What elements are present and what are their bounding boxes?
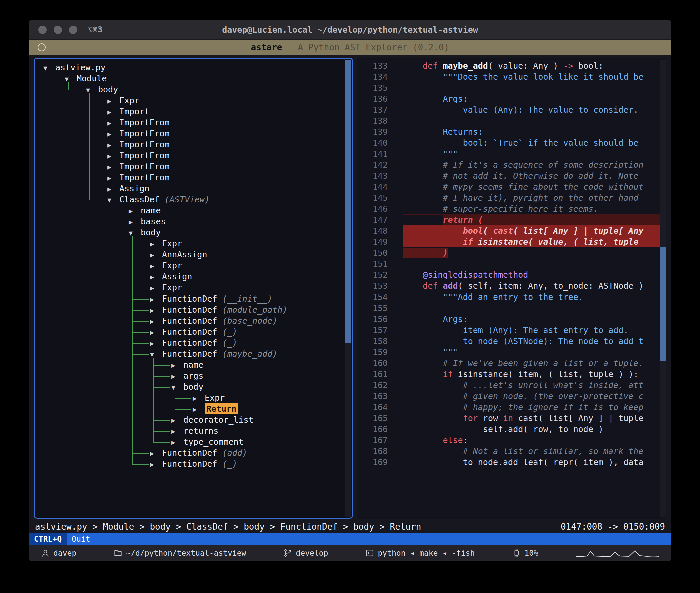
- chevron-right-icon[interactable]: ▶: [107, 184, 117, 195]
- tree-node-label: FunctionDef: [162, 294, 217, 304]
- tree-row[interactable]: ▶Expr: [150, 282, 182, 293]
- tree-row[interactable]: ▶ImportFrom: [107, 161, 170, 172]
- chevron-right-icon[interactable]: ▶: [150, 239, 159, 250]
- tree-row[interactable]: ▶Expr: [150, 238, 182, 249]
- chevron-right-icon[interactable]: ▶: [150, 338, 159, 349]
- chevron-right-icon[interactable]: ▶: [150, 250, 159, 261]
- tree-row[interactable]: ▶bases: [129, 216, 166, 227]
- chevron-right-icon[interactable]: ▶: [193, 404, 202, 415]
- tree-row[interactable]: ▶Expr: [193, 392, 225, 403]
- breadcrumb-separator: >: [171, 522, 186, 531]
- breadcrumb-item[interactable]: astview.py: [35, 522, 87, 531]
- breadcrumb-item[interactable]: body: [150, 522, 171, 531]
- code-text: [403, 82, 666, 93]
- tree-scrollbar[interactable]: [345, 60, 351, 517]
- tree-row[interactable]: ▶type_comment: [171, 436, 244, 447]
- breadcrumb-item[interactable]: body: [353, 522, 374, 531]
- chevron-down-icon[interactable]: ▼: [43, 63, 53, 74]
- tree-row[interactable]: ▶AnnAssign: [150, 249, 207, 260]
- tree-row[interactable]: ▼Module: [65, 73, 107, 84]
- chevron-right-icon[interactable]: ▶: [150, 272, 159, 283]
- tree-row[interactable]: ▼body: [171, 381, 203, 392]
- tree-node-label: FunctionDef: [162, 305, 217, 315]
- tree-node-detail: (__init__): [217, 294, 273, 304]
- tree-row[interactable]: ▶ImportFrom: [107, 128, 170, 139]
- chevron-right-icon[interactable]: ▶: [150, 261, 159, 272]
- chevron-right-icon[interactable]: ▶: [193, 393, 202, 404]
- tree-row[interactable]: ▼ClassDef (ASTView): [107, 194, 210, 205]
- chevron-right-icon[interactable]: ▶: [107, 140, 117, 151]
- tree-row[interactable]: ▶returns: [171, 425, 218, 436]
- chevron-right-icon[interactable]: ▶: [129, 206, 138, 217]
- breadcrumb-item[interactable]: Return: [390, 522, 421, 531]
- chevron-right-icon[interactable]: ▶: [150, 316, 159, 327]
- chevron-right-icon[interactable]: ▶: [150, 305, 159, 316]
- tree-row[interactable]: ▶Expr: [107, 95, 139, 106]
- chevron-right-icon[interactable]: ▶: [150, 459, 159, 470]
- chevron-right-icon[interactable]: ▶: [107, 96, 117, 107]
- tree-row[interactable]: ▶name: [171, 359, 203, 370]
- tree-row[interactable]: ▶name: [129, 205, 161, 216]
- tree-row[interactable]: ▶Return: [193, 403, 238, 414]
- quit-key-button[interactable]: CTRL+Q: [29, 533, 67, 545]
- chevron-right-icon[interactable]: ▶: [107, 118, 117, 129]
- tree-row[interactable]: ▶decorator_list: [171, 414, 254, 425]
- breadcrumb-item[interactable]: Module: [103, 522, 134, 531]
- line-number: 143: [357, 170, 388, 182]
- chevron-down-icon[interactable]: ▼: [107, 195, 117, 206]
- breadcrumb-item[interactable]: body: [244, 522, 265, 531]
- chevron-right-icon[interactable]: ▶: [150, 294, 159, 305]
- chevron-down-icon[interactable]: ▼: [150, 349, 159, 360]
- tree-row[interactable]: ▶Assign: [150, 271, 192, 282]
- terminal-window: ⌥⌘3 davep@Lucien.local ~/develop/python/…: [29, 20, 671, 561]
- breadcrumb-item[interactable]: FunctionDef: [280, 522, 338, 531]
- chevron-right-icon[interactable]: ▶: [107, 151, 117, 162]
- tree-row[interactable]: ▶ImportFrom: [107, 139, 170, 150]
- tree-row[interactable]: ▼FunctionDef (maybe_add): [150, 348, 277, 359]
- tree-guide: [89, 93, 90, 200]
- chevron-right-icon[interactable]: ▶: [171, 371, 181, 382]
- chevron-right-icon[interactable]: ▶: [150, 327, 159, 338]
- tree-row[interactable]: ▶FunctionDef (_): [150, 326, 237, 337]
- tree-row[interactable]: ▶Expr: [150, 260, 182, 271]
- chevron-right-icon[interactable]: ▶: [107, 107, 117, 118]
- tree-row[interactable]: ▶Import: [107, 106, 149, 117]
- chevron-right-icon[interactable]: ▶: [171, 415, 181, 426]
- chevron-right-icon[interactable]: ▶: [107, 129, 117, 140]
- tree-row[interactable]: ▶FunctionDef (__init__): [150, 293, 272, 304]
- code-line: 137 value (Any): The value to consider.: [357, 105, 666, 115]
- tree-row[interactable]: ▶FunctionDef (_): [150, 337, 237, 348]
- quit-key-label[interactable]: Quit: [72, 535, 90, 543]
- tree-row[interactable]: ▼body: [86, 84, 118, 95]
- chevron-right-icon[interactable]: ▶: [171, 437, 181, 448]
- chevron-down-icon[interactable]: ▼: [171, 382, 181, 393]
- chevron-right-icon[interactable]: ▶: [107, 162, 117, 173]
- tree-scrollbar-thumb[interactable]: [345, 60, 351, 343]
- tree-row[interactable]: ▶Assign: [107, 183, 149, 194]
- chevron-down-icon[interactable]: ▼: [65, 74, 74, 85]
- chevron-down-icon[interactable]: ▼: [129, 228, 138, 239]
- tree-row[interactable]: ▶ImportFrom: [107, 150, 170, 161]
- chevron-right-icon[interactable]: ▶: [129, 217, 138, 228]
- code-line: 163 # given node. (the over-protective c: [357, 391, 666, 402]
- code-text: """: [403, 347, 666, 358]
- code-scrollbar-thumb[interactable]: [660, 247, 666, 361]
- chevron-right-icon[interactable]: ▶: [171, 426, 181, 437]
- tree-row[interactable]: ▶FunctionDef (base_node): [150, 315, 277, 326]
- chevron-right-icon[interactable]: ▶: [107, 173, 117, 184]
- chevron-down-icon[interactable]: ▼: [86, 85, 95, 96]
- tree-row[interactable]: ▼astview.py: [43, 62, 106, 73]
- tree-row[interactable]: ▶FunctionDef (module_path): [150, 304, 287, 315]
- tree-row[interactable]: ▶args: [171, 370, 203, 381]
- chevron-right-icon[interactable]: ▶: [150, 448, 159, 459]
- chevron-right-icon[interactable]: ▶: [150, 283, 159, 294]
- chevron-right-icon[interactable]: ▶: [171, 360, 181, 371]
- breadcrumb-item[interactable]: ClassDef: [186, 522, 228, 531]
- tree-row[interactable]: ▶FunctionDef (_): [150, 458, 237, 469]
- tree-row[interactable]: ▶ImportFrom: [107, 172, 170, 183]
- code-scrollbar[interactable]: [660, 60, 666, 517]
- tree-row[interactable]: ▼body: [129, 227, 161, 238]
- tree-row[interactable]: ▶FunctionDef (add): [150, 447, 247, 458]
- tree-node-label: ImportFrom: [119, 118, 170, 127]
- tree-row[interactable]: ▶ImportFrom: [107, 117, 170, 128]
